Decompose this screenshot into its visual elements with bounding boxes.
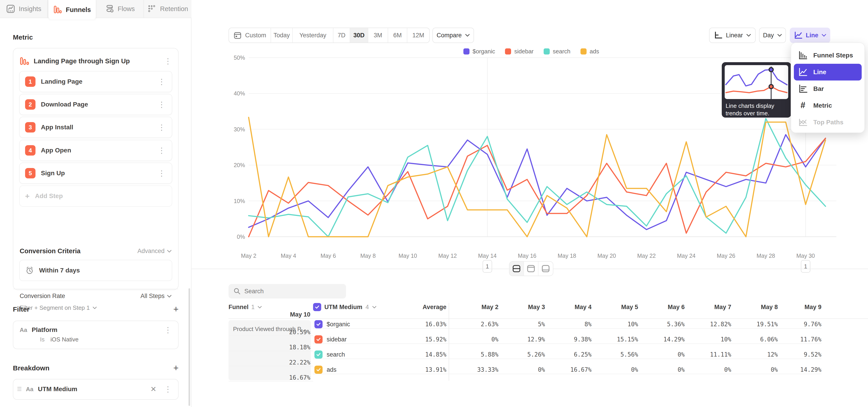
- advanced-dropdown[interactable]: Advanced: [137, 248, 172, 255]
- day-column-header[interactable]: May 3: [498, 304, 545, 311]
- annotation-badge[interactable]: 1: [801, 260, 810, 273]
- step-number-badge: 4: [25, 145, 35, 156]
- series-checkbox[interactable]: [314, 320, 322, 328]
- funnel-column-header[interactable]: Funnel 1: [228, 304, 313, 311]
- cell-value: 2.63%: [449, 320, 498, 329]
- step-kebab-menu-icon[interactable]: ⋮: [156, 78, 167, 86]
- funnel-step-5[interactable]: 5 Sign Up ⋮: [19, 163, 172, 184]
- funnel-step-4[interactable]: 4 App Open ⋮: [19, 140, 172, 161]
- chart-type-dropdown[interactable]: Line: [790, 28, 830, 43]
- top-paths-icon: [798, 117, 808, 127]
- filter-operator[interactable]: Is: [40, 336, 44, 343]
- cell-value: 5%: [498, 320, 545, 329]
- step-kebab-menu-icon[interactable]: ⋮: [156, 169, 167, 177]
- scale-dropdown[interactable]: Linear: [709, 28, 756, 43]
- step-number-badge: 3: [25, 122, 35, 132]
- tab-flows[interactable]: Flows: [96, 0, 144, 18]
- funnel-kebab-menu-icon[interactable]: ⋮: [162, 57, 174, 65]
- bar-icon: [798, 84, 808, 94]
- all-steps-dropdown[interactable]: All Steps: [141, 292, 172, 300]
- date-range-today[interactable]: Today: [271, 28, 293, 42]
- series-line-ads[interactable]: [249, 117, 826, 237]
- table-search[interactable]: [228, 284, 346, 299]
- card-divider: [13, 289, 178, 289]
- cell-value: 12%: [731, 350, 778, 359]
- step-label: Landing Page: [41, 78, 151, 85]
- day-column-header[interactable]: May 10: [228, 311, 313, 318]
- interval-dropdown[interactable]: Day: [759, 28, 786, 43]
- series-checkbox[interactable]: [314, 366, 322, 374]
- series-checkbox[interactable]: [314, 335, 322, 343]
- cell-value: 5.26%: [498, 350, 545, 359]
- series-checkbox[interactable]: [314, 350, 322, 358]
- date-range-3m[interactable]: 3M: [368, 28, 388, 42]
- add-breakdown-button[interactable]: +: [174, 363, 179, 373]
- cell-value: 5.56%: [592, 350, 638, 359]
- day-column-header[interactable]: May 6: [638, 304, 685, 311]
- conversion-window-button[interactable]: Within 7 days: [19, 260, 172, 281]
- day-column-header[interactable]: May 4: [545, 304, 592, 311]
- menu-item-top-paths: Top Paths: [794, 114, 862, 131]
- date-range-7d[interactable]: 7D: [333, 28, 350, 42]
- layout-table-only-toggle[interactable]: [538, 261, 553, 276]
- add-filter-button[interactable]: +: [174, 304, 179, 314]
- filter-kebab-menu-icon[interactable]: ⋮: [162, 326, 174, 334]
- linear-scale-icon: [714, 31, 723, 40]
- tab-funnels[interactable]: Funnels: [48, 0, 96, 20]
- funnel-title: Landing Page through Sign Up: [34, 57, 158, 65]
- day-column-header[interactable]: May 7: [685, 304, 731, 311]
- menu-item-label: Top Paths: [813, 119, 843, 126]
- select-all-checkbox[interactable]: [313, 303, 321, 311]
- step-kebab-menu-icon[interactable]: ⋮: [156, 147, 167, 154]
- series-line-search[interactable]: [249, 119, 826, 237]
- date-range-yesterday[interactable]: Yesterday: [293, 28, 333, 42]
- step-kebab-menu-icon[interactable]: ⋮: [156, 123, 167, 131]
- average-column-header[interactable]: Average: [423, 304, 449, 311]
- day-column-header[interactable]: May 5: [592, 304, 638, 311]
- add-step-button[interactable]: + Add Step: [19, 185, 172, 207]
- svg-text:May 4: May 4: [281, 253, 296, 259]
- menu-item-metric[interactable]: # Metric: [794, 97, 862, 114]
- funnel-metric-icon: [20, 56, 29, 66]
- menu-item-funnel-steps[interactable]: Funnel Steps: [794, 47, 862, 64]
- breakdown-card[interactable]: ☰ Aa UTM Medium ✕ ⋮: [13, 379, 179, 400]
- sidebar-scrollbar[interactable]: [188, 288, 190, 406]
- layout-chart-only-toggle[interactable]: [524, 261, 538, 276]
- date-range-6m[interactable]: 6M: [388, 28, 407, 42]
- tab-retention[interactable]: Retention: [144, 0, 191, 18]
- day-column-header[interactable]: May 2: [449, 304, 498, 311]
- date-range-12m[interactable]: 12M: [407, 28, 429, 42]
- cell-value: 6.06%: [731, 335, 778, 344]
- svg-text:10%: 10%: [234, 198, 245, 204]
- tab-insights[interactable]: Insights: [0, 0, 48, 18]
- drag-handle-icon[interactable]: ☰: [17, 386, 22, 392]
- table-header-border: [228, 318, 868, 319]
- svg-text:30%: 30%: [234, 126, 245, 132]
- menu-item-bar[interactable]: Bar: [794, 81, 862, 97]
- breakdown-column-header[interactable]: UTM Medium 4: [313, 303, 377, 311]
- day-column-header[interactable]: May 9: [778, 304, 822, 311]
- day-column-header[interactable]: May 8: [731, 304, 778, 311]
- metric-icon: #: [798, 101, 808, 111]
- svg-text:0%: 0%: [237, 233, 245, 240]
- step-kebab-menu-icon[interactable]: ⋮: [156, 101, 167, 108]
- filter-card[interactable]: Aa Platform ⋮ Is iOS Native: [13, 321, 179, 349]
- annotation-badge[interactable]: 1: [483, 260, 492, 273]
- cell-value: 20.59%: [228, 329, 313, 336]
- date-range-custom[interactable]: Custom: [229, 28, 271, 42]
- funnel-step-3[interactable]: 3 App Install ⋮: [19, 117, 172, 138]
- funnel-step-1[interactable]: 1 Landing Page ⋮: [19, 71, 172, 92]
- menu-item-line[interactable]: Line: [794, 64, 862, 81]
- filter-value[interactable]: iOS Native: [51, 336, 79, 343]
- layout-split-toggle[interactable]: [509, 261, 524, 276]
- svg-text:#: #: [800, 101, 805, 110]
- remove-breakdown-icon[interactable]: ✕: [149, 385, 158, 394]
- conversion-rate-label: Conversion Rate: [20, 292, 141, 300]
- search-input[interactable]: [244, 288, 341, 295]
- breakdown-kebab-menu-icon[interactable]: ⋮: [162, 385, 174, 393]
- compare-button[interactable]: Compare: [432, 28, 474, 43]
- funnel-step-2[interactable]: 2 Download Page ⋮: [19, 94, 172, 115]
- date-range-30d[interactable]: 30D: [350, 28, 368, 42]
- cell-value: 12.9%: [498, 335, 545, 344]
- string-property-icon: Aa: [26, 386, 33, 393]
